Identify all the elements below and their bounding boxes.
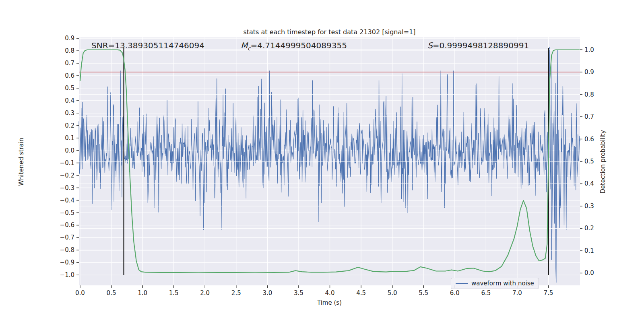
left-y-tick-label: −0.6: [60, 221, 74, 229]
legend-label: waveform with noise: [471, 280, 534, 287]
left-y-tick-label: 0.7: [65, 60, 74, 67]
chirp-mass-symbol: M: [241, 41, 248, 50]
x-tick-label: 0.0: [75, 289, 85, 297]
left-y-tick-label: −1.0: [60, 271, 74, 279]
left-y-tick-label: −0.5: [60, 209, 74, 217]
left-y-tick-label: 0.9: [65, 35, 74, 42]
x-tick-label: 1.5: [169, 289, 179, 297]
left-y-tick-label: 0.0: [65, 147, 74, 154]
x-tick-label: 2.0: [200, 289, 210, 297]
left-y-axis-label: Whitened strain: [18, 122, 25, 202]
left-y-tick-label: 0.6: [65, 72, 74, 79]
right-y-tick-label: 0.7: [584, 113, 594, 120]
chirp-mass-annotation: Mc=4.7144999504089355: [241, 41, 347, 52]
x-tick-label: 1.0: [138, 289, 147, 297]
right-y-tick-label: 0.2: [584, 225, 594, 232]
legend: waveform with noise: [451, 278, 539, 289]
x-tick-label: 3.0: [262, 289, 272, 297]
left-y-tick-label: −0.8: [60, 246, 74, 254]
right-y-tick-label: 0.8: [584, 91, 594, 98]
x-tick-label: 6.0: [450, 289, 460, 297]
score-annotation: S=0.9999498128890991: [427, 41, 529, 50]
legend-line-sample: [456, 283, 468, 284]
right-y-tick-label: 0.4: [584, 180, 594, 187]
x-tick-label: 7.5: [544, 289, 553, 297]
x-tick-label: 3.5: [294, 289, 303, 297]
left-y-tick-label: −0.3: [60, 184, 74, 192]
left-y-tick-label: 0.4: [65, 97, 74, 104]
chirp-mass-value: =4.7144999504089355: [250, 41, 347, 50]
right-y-axis-label: Detection probability: [599, 122, 607, 202]
matplotlib-figure: 0.00.51.01.52.02.53.03.54.04.55.05.56.06…: [0, 0, 644, 322]
right-y-tick-label: 0.9: [584, 68, 594, 76]
left-y-tick-label: 0.8: [65, 47, 74, 54]
score-value: =0.9999498128890991: [433, 41, 529, 50]
left-y-tick-label: −0.4: [60, 197, 74, 204]
snr-annotation: SNR=13.389305114746094: [91, 41, 204, 50]
plot-title: stats at each timestep for test data 213…: [79, 28, 580, 36]
x-tick-label: 5.5: [419, 289, 428, 297]
right-y-tick-label: 0.6: [584, 136, 594, 143]
left-y-tick-label: 0.5: [65, 85, 74, 92]
x-tick-label: 4.0: [325, 289, 335, 297]
right-y-tick-label: 0.0: [584, 269, 594, 277]
x-tick-label: 5.0: [388, 289, 397, 297]
x-tick-label: 2.5: [231, 289, 241, 297]
x-axis-label: Time (s): [79, 299, 580, 306]
left-y-tick-label: −0.9: [60, 259, 74, 266]
score-symbol: S: [427, 41, 433, 50]
x-tick-label: 6.5: [481, 289, 491, 297]
left-y-tick-label: 0.1: [65, 134, 74, 142]
left-y-tick-label: −0.1: [60, 159, 74, 167]
left-y-tick-label: −0.2: [60, 172, 74, 179]
right-y-tick-label: 0.5: [584, 158, 594, 165]
x-tick-label: 4.5: [356, 289, 366, 297]
right-y-tick-label: 0.3: [584, 202, 594, 210]
right-y-tick-label: 1.0: [584, 46, 594, 54]
right-y-tick-label: 0.1: [584, 247, 594, 254]
x-tick-label: 0.5: [107, 289, 116, 297]
left-y-tick-label: −0.7: [60, 234, 74, 241]
left-y-tick-label: 0.3: [65, 109, 74, 117]
left-y-tick-label: 0.2: [65, 122, 74, 129]
x-tick-label: 7.0: [512, 289, 522, 297]
